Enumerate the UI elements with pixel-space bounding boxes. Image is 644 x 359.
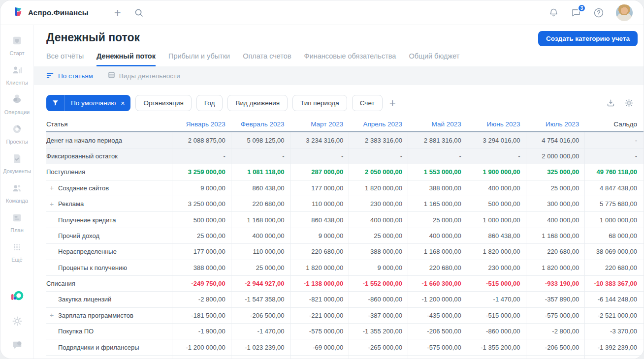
top-navbar: Аспро.Финансы + 3 — [0, 0, 644, 25]
help-icon[interactable] — [593, 7, 604, 18]
column-header-month-6[interactable]: Июнь 2023 — [467, 117, 526, 131]
cell-r10-c8: -10 383 367,00 — [584, 276, 644, 291]
cell-r3-c1: 3 259 000,00 — [172, 164, 231, 180]
row-label: Подрядчики и фрилансеры — [58, 344, 139, 351]
aspro-logo[interactable] — [10, 290, 24, 304]
table-row-12[interactable]: +Зарплата программистов-181 500,00-206 5… — [46, 308, 644, 324]
tab-2[interactable]: Денежный поток — [97, 52, 156, 66]
sidebar: СтартКлиентыОперацииПроектыДокументыКома… — [0, 25, 34, 359]
cell-r4-c4: 1 820 000,00 — [349, 180, 408, 196]
column-header-month-4[interactable]: Апрель 2023 — [349, 117, 408, 131]
sidebar-item-5[interactable]: Документы — [3, 153, 31, 174]
filter-chip-1[interactable]: Организация — [135, 95, 191, 111]
column-header-month-1[interactable]: Январь 2023 — [172, 117, 231, 131]
bell-icon[interactable] — [548, 7, 559, 18]
tab-5[interactable]: Финансовые обязательства — [304, 52, 396, 66]
table-row-5[interactable]: +Реклама3 250 000,00220 680,00110 000,00… — [46, 196, 644, 212]
create-category-button[interactable]: Создать категорию учета — [538, 31, 638, 46]
search-icon[interactable] — [134, 8, 144, 18]
cell-r14-c6: -1 355 200,00 — [467, 339, 526, 355]
cell-r7-c7: 1 168 000,00 — [526, 228, 585, 243]
column-header-month-5[interactable]: Май 2023 — [408, 117, 467, 131]
cell-r11-c3: -821 000,00 — [290, 292, 349, 307]
sidebar-item-1[interactable]: Старт — [3, 35, 31, 56]
cell-r12-c1: -181 500,00 — [172, 308, 231, 323]
default-filter-chip[interactable]: По умолчанию × — [46, 95, 130, 111]
tab-4[interactable]: Оплата счетов — [243, 52, 291, 66]
table-row-7[interactable]: Прочий доход25 000,00400 000,009 000,002… — [46, 228, 644, 244]
table-row-4[interactable]: +Создание сайтов9 000,00860 438,00177 00… — [46, 180, 644, 196]
cell-r2-c8: - — [584, 149, 644, 164]
column-header-month-2[interactable]: Февраль 2023 — [231, 117, 290, 131]
cell-r5-c3: 110 000,00 — [290, 196, 349, 211]
table-row-8[interactable]: Нераспределенные177 000,00110 000,00220 … — [46, 244, 644, 260]
expand-row-icon[interactable]: + — [46, 311, 55, 319]
cell-r13-c6: -860 000,00 — [467, 324, 526, 339]
sidebar-item-3[interactable]: Операции — [3, 94, 31, 115]
cell-r10-c5: -1 660 300,00 — [408, 276, 467, 291]
filter-chip-3[interactable]: Вид движения — [227, 95, 288, 111]
add-filter-icon[interactable]: + — [389, 98, 396, 109]
support-chat-icon[interactable] — [11, 340, 23, 353]
sidebar-item-7[interactable]: План — [3, 212, 31, 233]
avatar[interactable] — [616, 4, 633, 21]
cell-r5-c7: 300 000,00 — [526, 196, 585, 211]
table-row-14[interactable]: Подрядчики и фрилансеры-1 200 000,00-1 0… — [46, 339, 644, 355]
tab-6[interactable]: Общий бюджет — [409, 52, 459, 66]
cell-r9-c3: 1 820 000,00 — [290, 260, 349, 275]
view-switcher: По статьямВиды деятельности — [34, 66, 644, 85]
cell-r15-c6: -1 470,00 — [467, 356, 526, 359]
row-label: Создание сайтов — [58, 184, 109, 192]
filter-chip-4[interactable]: Тип периода — [292, 95, 347, 111]
gear-icon[interactable] — [11, 315, 23, 329]
tab-1[interactable]: Все отчёты — [46, 52, 84, 66]
expand-row-icon[interactable]: + — [46, 184, 55, 192]
table-row-11[interactable]: Закупка лицензий-2 800,00-1 547 358,00-8… — [46, 292, 644, 307]
table-row-2[interactable]: Фиксированный остаток------2 000 000,00- — [46, 149, 644, 164]
add-icon[interactable]: + — [114, 7, 121, 19]
cell-r6-c8: 1 000 000,00 — [584, 212, 644, 227]
expand-row-icon[interactable]: + — [46, 200, 55, 208]
table-row-3[interactable]: Поступления3 259 000,001 081 118,00287 0… — [46, 164, 644, 180]
cell-r3-c5: 1 553 000,00 — [408, 164, 467, 180]
subtab-2[interactable]: Виды деятельности — [108, 71, 180, 80]
sidebar-item-8[interactable]: Ещё — [3, 241, 31, 263]
cell-r13-c7: -2 800,00 — [526, 324, 585, 339]
sidebar-item-4[interactable]: Проекты — [3, 123, 31, 145]
cell-r9-c8: 220 680,00 — [584, 260, 644, 275]
cell-r8-c4: 388 000,00 — [349, 244, 408, 259]
sidebar-item-6[interactable]: Команда — [3, 182, 31, 204]
chat-icon[interactable]: 3 — [571, 7, 581, 18]
cell-r11-c7: -357 890,00 — [526, 292, 585, 307]
tab-3[interactable]: Прибыли и убытки — [168, 52, 230, 66]
filter-chip-2[interactable]: Год — [196, 95, 223, 111]
cell-r3-c8: 49 760 118,00 — [584, 164, 644, 180]
filter-chip-5[interactable]: Счет — [352, 95, 383, 111]
download-icon[interactable] — [606, 98, 615, 108]
table-row-1[interactable]: Денег на начало периода2 088 875,005 098… — [46, 132, 644, 148]
subtab-1[interactable]: По статьям — [46, 72, 93, 80]
column-header-month-7[interactable]: Июль 2023 — [526, 117, 585, 131]
sidebar-item-2[interactable]: Клиенты — [3, 64, 31, 86]
table-row-9[interactable]: Проценты к получению388 000,0025 000,001… — [46, 260, 644, 276]
clear-filter-icon[interactable]: × — [120, 99, 130, 107]
column-header-article: Статья — [46, 117, 172, 131]
column-header-month-3[interactable]: Март 2023 — [290, 117, 349, 131]
cell-r3-c2: 1 081 118,00 — [231, 164, 290, 180]
sidebar-item-label: План — [10, 227, 24, 233]
table-row-6[interactable]: Получение кредита500 000,001 168 000,008… — [46, 212, 644, 228]
table-row-13[interactable]: Покупка ПО-1 900,00-1 470,00-575 000,00-… — [46, 324, 644, 339]
table-row-10[interactable]: Списания-249 750,00-2 944 927,00-1 138 0… — [46, 276, 644, 292]
cell-r5-c2: 220 680,00 — [231, 196, 290, 211]
table-row-15[interactable]: +Зарплата программистов-9 000,00-1 547 3… — [46, 356, 644, 359]
brand-logo-icon — [12, 6, 23, 19]
column-header-saldo: Сальдо — [584, 117, 644, 131]
cell-r15-c5: -1 200 000,00 — [408, 356, 467, 359]
table-settings-gear-icon[interactable] — [624, 98, 634, 108]
cell-r13-c3: -575 000,00 — [290, 324, 349, 339]
brand[interactable]: Аспро.Финансы — [12, 6, 89, 19]
cell-r8-c2: 110 000,00 — [231, 244, 290, 259]
cell-r15-c1: -9 000,00 — [172, 356, 231, 359]
cell-r12-c6: -515 000,00 — [467, 308, 526, 323]
cell-r9-c2: 25 000,00 — [231, 260, 290, 275]
